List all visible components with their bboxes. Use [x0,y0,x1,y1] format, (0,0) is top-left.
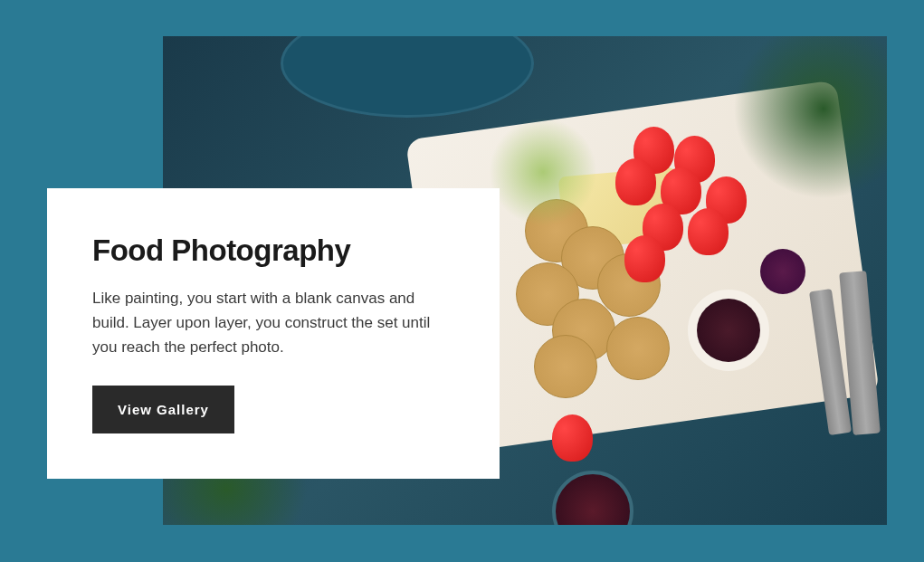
decorative-wine-glass [552,471,633,525]
decorative-strawberry [552,414,593,462]
hero-section: Food Photography Like painting, you star… [9,9,915,553]
decorative-flower [760,249,805,294]
decorative-greenery-top [733,36,887,199]
hero-title: Food Photography [92,233,454,268]
page-background: Food Photography Like painting, you star… [0,0,924,562]
view-gallery-button[interactable]: View Gallery [92,386,234,433]
hero-description: Like painting, you start with a blank ca… [92,286,454,360]
decorative-plate [281,36,534,118]
decorative-jam-bowl [688,290,769,371]
hero-content-card: Food Photography Like painting, you star… [47,188,500,479]
